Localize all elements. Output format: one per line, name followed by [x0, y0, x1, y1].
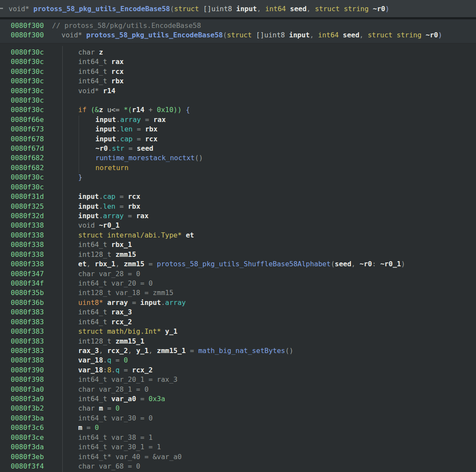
address-gutter[interactable]: 0080f338	[0, 221, 78, 230]
address-gutter[interactable]: 0080f338	[0, 250, 78, 259]
code-line[interactable]: 0080f338int64_t rbx_1	[0, 240, 476, 250]
type-token[interactable]: struct string	[368, 31, 421, 39]
address-gutter[interactable]: 0080f66e	[0, 115, 78, 125]
variable-token[interactable]: var_18	[78, 356, 103, 364]
variable-token[interactable]: ~r0_1	[99, 221, 119, 229]
code-line[interactable]: 0080f30cif (&z u<= *(r14 + 0x10)) {	[0, 105, 476, 115]
code-line[interactable]: 0080f36buint8* array = input.array	[0, 298, 476, 308]
function-signature[interactable]: void* protoss_58_pkg_utils_EncodeBase58(…	[9, 5, 476, 13]
code-line[interactable]: 0080f3b2char m = 0	[0, 404, 476, 413]
variable-token[interactable]: rax	[136, 212, 149, 220]
code-line[interactable]: 0080f3a9int64_t var_a0 = 0x3a	[0, 394, 476, 404]
variable-token[interactable]: input	[95, 125, 116, 133]
code-line[interactable]: 0080f338void ~r0_1	[0, 221, 476, 230]
dimmed-token[interactable]: int64_t var_30_1 = 1	[78, 443, 161, 451]
code-line[interactable]: 0080f678input.cap = rcx	[0, 134, 476, 144]
code-line[interactable]: 0080f3daint64_t var_30_1 = 1	[0, 442, 476, 452]
code-line[interactable]: 0080f30cint64_t rbx	[0, 76, 476, 86]
variable-token[interactable]: input	[95, 135, 116, 143]
variable-token[interactable]: ~r0	[369, 5, 385, 13]
variable-token[interactable]: var_18	[78, 366, 103, 374]
collapse-marker-icon[interactable]	[0, 8, 3, 9]
address-gutter[interactable]: 0080f300	[0, 21, 52, 30]
address-gutter[interactable]: 0080f682	[0, 163, 78, 173]
variable-token[interactable]: input	[78, 192, 99, 201]
address-gutter[interactable]: 0080f30c	[0, 48, 78, 57]
variable-token[interactable]: rbx	[128, 202, 140, 210]
variable-token[interactable]: z	[99, 106, 103, 114]
code-line[interactable]: 0080f34fint64_t var_20 = 0	[0, 279, 476, 288]
code-line[interactable]: 0080f338et, rbx_1, zmm15 = protoss_58_pk…	[0, 259, 476, 269]
variable-token[interactable]: input	[78, 212, 99, 220]
variable-token[interactable]: m	[99, 404, 103, 412]
dimmed-token[interactable]: int64_t var_20_1 = rax_3	[78, 375, 177, 384]
type-token[interactable]: struct math/big.Int*	[78, 327, 165, 335]
address-gutter[interactable]: 0080f3da	[0, 442, 78, 452]
number-token[interactable]: 0x3a	[149, 395, 165, 403]
code-line[interactable]: 0080f3baint64_t var_30 = 0	[0, 414, 476, 423]
address-gutter[interactable]: 0080f3b2	[0, 404, 78, 413]
code-line[interactable]: 0080f32dinput.array = rax	[0, 211, 476, 221]
variable-token[interactable]: rax_3	[78, 347, 99, 355]
member-token[interactable]: q	[107, 356, 111, 364]
variable-token[interactable]: rbx_1	[95, 260, 116, 268]
variable-token[interactable]: rbx	[145, 125, 158, 133]
variable-token[interactable]: array	[107, 298, 128, 307]
code-line[interactable]: 0080f3c6m = 0	[0, 423, 476, 432]
variable-token[interactable]: m	[78, 423, 82, 432]
variable-token[interactable]: input	[95, 116, 116, 124]
dimmed-token[interactable]: int64_t* var_40 = &var_a0	[78, 453, 182, 461]
member-token[interactable]: array	[103, 212, 124, 220]
variable-token[interactable]: var_a0	[111, 395, 136, 403]
code-line[interactable]: 0080f30c	[0, 183, 476, 192]
code-line[interactable]: 0080f300void* protoss_58_pkg_utils_Encod…	[0, 30, 476, 40]
keyword-token[interactable]: if	[78, 106, 91, 114]
code-line[interactable]: 0080f31dinput.cap = rcx	[0, 192, 476, 201]
address-gutter[interactable]: 0080f30c	[0, 57, 78, 67]
address-gutter[interactable]: 0080f383	[0, 346, 78, 356]
variable-token[interactable]: rcx_2	[132, 366, 153, 374]
address-gutter[interactable]: 0080f338	[0, 240, 78, 250]
address-gutter[interactable]: 0080f34f	[0, 279, 78, 288]
dimmed-token[interactable]: int128_t var_18 = zmm15	[78, 289, 174, 297]
member-token[interactable]: array	[120, 116, 141, 124]
number-token[interactable]: ))	[174, 106, 182, 114]
type-token[interactable]: struct internal/abi.Type*	[78, 231, 186, 239]
code-line[interactable]: 0080f67d~r0.str = seed	[0, 144, 476, 153]
variable-token[interactable]: rbx_1	[111, 241, 132, 249]
variable-token[interactable]: rcx	[128, 192, 140, 201]
function-token[interactable]: protoss_58_pkg_utils_EncodeBase58	[34, 5, 170, 13]
address-gutter[interactable]: 0080f338	[0, 231, 78, 240]
code-line[interactable]: 0080f30cvoid* r14	[0, 86, 476, 96]
code-line[interactable]: 0080f338int128_t zmm15	[0, 250, 476, 259]
address-gutter[interactable]: 0080f30c	[0, 67, 78, 76]
code-line[interactable]: 0080f3a0char var_28_1 = 0	[0, 385, 476, 394]
dimmed-token[interactable]: int64_t var_38 = 1	[78, 433, 153, 442]
address-gutter[interactable]: 0080f36b	[0, 298, 78, 308]
keyword-token[interactable]: 8	[107, 366, 111, 374]
address-gutter[interactable]: 0080f30c	[0, 86, 78, 96]
variable-token[interactable]: y_1	[165, 327, 177, 335]
address-gutter[interactable]: 0080f682	[0, 153, 78, 163]
variable-token[interactable]: zmm15	[116, 250, 136, 259]
variable-token[interactable]: rcx_2	[107, 347, 128, 355]
number-token[interactable]: (&	[91, 106, 99, 114]
member-token[interactable]: len	[103, 202, 116, 210]
code-line[interactable]: 0080f673input.len = rbx	[0, 125, 476, 134]
address-gutter[interactable]: 0080f300	[0, 30, 52, 40]
number-token[interactable]: 0	[116, 404, 120, 412]
address-gutter[interactable]: 0080f383	[0, 308, 78, 317]
code-line[interactable]: 0080f325input.len = rbx	[0, 202, 476, 211]
code-line[interactable]: 0080f3f4char var_68 = 0	[0, 462, 476, 471]
number-token[interactable]: 0	[124, 356, 128, 364]
address-gutter[interactable]: 0080f3a9	[0, 394, 78, 404]
address-gutter[interactable]: 0080f3eb	[0, 452, 78, 462]
variable-token[interactable]: rax	[111, 58, 124, 66]
address-gutter[interactable]: 0080f32d	[0, 211, 78, 221]
variable-token[interactable]: ~r0	[360, 260, 372, 268]
address-gutter[interactable]: 0080f338	[0, 259, 78, 269]
type-token[interactable]: struct	[174, 5, 203, 13]
variable-token[interactable]: zmm15_1	[157, 347, 186, 355]
dimmed-token[interactable]: int64_t var_30 = 0	[78, 414, 153, 422]
variable-token[interactable]: y_1	[136, 347, 149, 355]
